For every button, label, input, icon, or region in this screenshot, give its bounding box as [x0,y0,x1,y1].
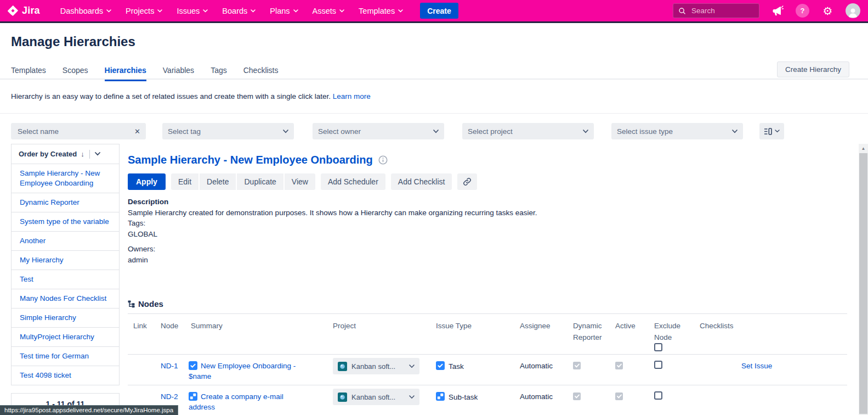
hierarchy-title: Sample Hierarchy - New Employee Onboardi… [128,154,373,166]
checklists-cell: Set Issue [694,361,847,382]
issue-type-cell: Task [430,361,514,382]
issue-type-label: Sub-task [449,392,478,402]
view-layout-toggle[interactable] [759,123,784,139]
sidebar-item-system-type[interactable]: System type of the variable [11,212,120,232]
assignee-cell: Automatic [514,361,568,382]
owners-label: Owners: [128,244,847,255]
summary-cell: New Employee Onboarding - $name [185,361,327,382]
sidebar-item-sample-hierarchy[interactable]: Sample Hierarchy - New Employee Onboardi… [11,164,120,193]
delete-button[interactable]: Delete [200,173,237,190]
dynamic-reporter-cell [568,361,610,382]
add-checklist-button[interactable]: Add Checklist [391,173,452,190]
create-hierarchy-button[interactable]: Create Hierarchy [777,61,849,77]
divider [89,150,90,159]
nav-item-label: Dashboards [60,7,103,15]
nav-item-boards[interactable]: Boards [217,3,260,19]
hierarchy-tree-icon [128,300,135,308]
chevron-down-icon [409,395,415,399]
project-dropdown[interactable]: Kanban soft... [333,358,419,374]
duplicate-button[interactable]: Duplicate [237,173,284,190]
col-active: Active [610,320,649,351]
chevron-down-icon [251,9,256,13]
clear-icon[interactable]: ✕ [134,127,140,136]
sidebar-item-test[interactable]: Test [11,270,120,289]
nav-item-issues[interactable]: Issues [172,3,213,19]
sidebar-item-test-time-german[interactable]: Test time for German [11,347,120,366]
settings-button[interactable]: ⚙ [820,3,835,18]
info-icon[interactable] [378,155,388,165]
edit-button[interactable]: Edit [171,173,200,190]
exclude-node-checkbox[interactable] [654,391,662,400]
copy-link-button[interactable] [457,173,477,190]
intro-text: Hierarchy is an easy way to define a set… [11,92,371,100]
tags-label: Tags: [128,218,847,229]
gear-icon: ⚙ [823,5,833,16]
nodes-title-label: Nodes [138,299,163,309]
exclude-node-checkbox[interactable] [654,361,662,369]
search-icon [678,7,686,15]
summary-link[interactable]: Create a company e-mail address [189,392,283,411]
nav-item-templates[interactable]: Templates [354,3,408,19]
filter-project-select[interactable]: Select project [462,123,594,139]
col-link: Link [128,320,155,351]
name-filter-input[interactable] [16,127,134,136]
scrollbar-thumb[interactable] [859,153,867,414]
filter-name-field[interactable]: ✕ [11,123,146,139]
view-button[interactable]: View [285,173,315,190]
node-key-link[interactable]: ND-2 [161,392,178,401]
search-input[interactable] [690,6,753,15]
node-key-link[interactable]: ND-1 [161,362,178,370]
project-avatar-icon [338,392,347,402]
announcements-button[interactable] [770,3,785,18]
nodes-table-header: Link Node Summary Project Issue Type Ass… [128,314,847,354]
nav-item-plans[interactable]: Plans [265,3,303,19]
active-cell [610,361,649,382]
subtask-icon [189,392,197,401]
project-dropdown[interactable]: Kanban soft... [333,389,419,405]
megaphone-icon [771,5,784,16]
sidebar-item-dynamic-reporter[interactable]: Dynamic Reporter [11,193,120,212]
hierarchy-list-sidebar: Order by Created ↓ Sample Hierarchy - Ne… [11,144,120,415]
sidebar-item-my-hierarchy[interactable]: My Hierarchy [11,251,120,270]
summary-cell: Create a company e-mail address [185,391,327,412]
node-row-nd1: ND-1 New Employee Onboarding - $name Kan… [128,354,847,385]
sidebar-item-simple-hierarchy[interactable]: Simple Hierarchy [11,309,120,328]
project-cell: Kanban soft... [327,391,430,412]
add-scheduler-button[interactable]: Add Scheduler [321,173,385,190]
sidebar-item-multyproject[interactable]: MultyProject Hierarchy [11,328,120,347]
chevron-down-icon [157,9,162,13]
nav-item-projects[interactable]: Projects [121,3,167,19]
create-button[interactable]: Create [420,3,458,19]
task-icon [189,361,197,370]
nav-item-assets[interactable]: Assets [308,3,350,19]
checked-disabled-checkbox [615,362,623,369]
filter-tag-select[interactable]: Select tag [162,123,294,139]
node-key-cell: ND-1 [155,361,185,382]
description-text: Sample Hierarchy created for demonstrati… [128,208,847,218]
help-button[interactable]: ? [795,3,810,18]
summary-link[interactable]: New Employee Onboarding - $name [189,362,296,380]
user-avatar[interactable] [846,3,860,18]
scrollbar-up-arrow[interactable]: ▲ [859,144,868,153]
jira-logo[interactable]: Jira [8,5,40,16]
nav-item-dashboards[interactable]: Dashboards [55,3,116,19]
sidebar-item-many-nodes[interactable]: Many Nodes For Checklist [11,289,120,309]
sort-direction-icon[interactable]: ↓ [81,150,84,158]
sidebar-item-another[interactable]: Another [11,232,120,251]
filter-owner-select[interactable]: Select owner [313,123,444,139]
node-row-nd2: ND-2 Create a company e-mail address Kan… [128,385,847,415]
apply-button[interactable]: Apply [128,173,166,190]
sidebar-item-test-4098[interactable]: Test 4098 ticket [11,366,120,385]
vertical-scrollbar[interactable]: ▲ [859,144,868,415]
filter-issue-type-select[interactable]: Select issue type [611,123,743,139]
nav-item-label: Boards [222,7,247,15]
chevron-down-icon [775,130,780,133]
learn-more-link[interactable]: Learn more [333,92,371,100]
issue-type-label: Task [449,361,464,372]
set-issue-link[interactable]: Set Issue [741,362,772,370]
owner-select-placeholder: Select owner [318,127,361,136]
check-icon [617,363,622,368]
order-by-control[interactable]: Order by Created ↓ [11,144,120,164]
global-search[interactable] [673,3,759,18]
exclude-all-checkbox[interactable] [654,343,662,351]
